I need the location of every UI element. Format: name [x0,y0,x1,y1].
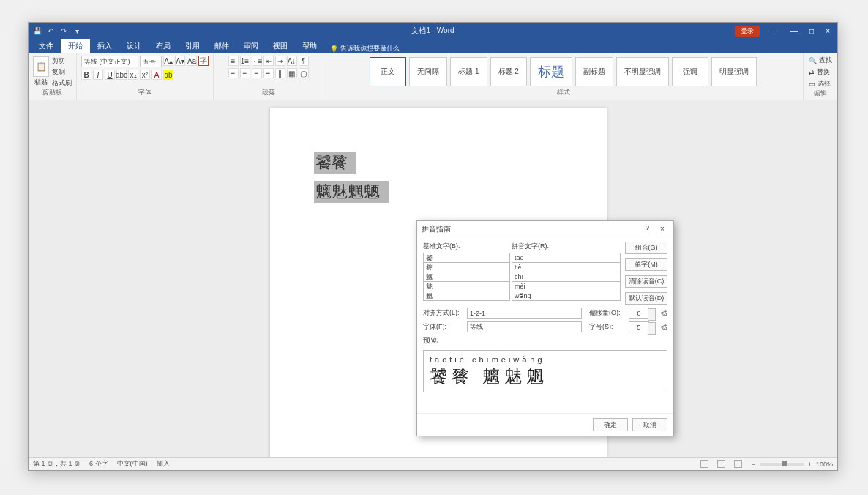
style-subtle[interactable]: 不明显强调 [616,57,669,86]
base-cell-3[interactable]: 魅 [423,281,510,291]
style-h1[interactable]: 标题 1 [450,57,487,86]
shading-icon[interactable]: ▦ [287,68,297,78]
highlight-icon[interactable]: ab [163,70,173,80]
tab-layout[interactable]: 布局 [149,39,178,53]
status-language[interactable]: 中文(中国) [117,459,148,469]
line-spacing-icon[interactable]: ‖ [275,68,285,78]
grow-font-icon[interactable]: A▴ [163,56,173,66]
sign-in-button[interactable]: 登录 [735,26,760,37]
font-color-icon[interactable]: A [151,70,162,80]
tab-review[interactable]: 审阅 [236,39,266,53]
ruby-cell-3[interactable]: mèi [512,281,621,291]
style-normal[interactable]: 正文 [370,57,406,86]
combine-button[interactable]: 组合(G) [625,242,667,254]
web-layout-icon[interactable] [734,460,742,468]
status-words[interactable]: 6 个字 [89,459,108,469]
copy-button[interactable]: 复制 [52,67,72,77]
ruby-cell-4[interactable]: wǎng [512,291,621,301]
tab-help[interactable]: 帮助 [295,39,324,53]
tell-me[interactable]: 💡 告诉我你想要做什么 [330,44,400,53]
base-cell-1[interactable]: 餮 [423,262,510,272]
ribbon-options-icon[interactable]: ⋯ [771,27,779,35]
base-cell-2[interactable]: 魑 [423,272,510,282]
tab-insert[interactable]: 插入 [90,39,119,53]
cancel-button[interactable]: 取消 [632,418,667,431]
bold-icon[interactable]: B [81,70,91,80]
align-left-icon[interactable]: ≡ [228,68,239,78]
tab-references[interactable]: 引用 [178,39,207,53]
read-mode-icon[interactable] [717,460,725,468]
paste-button[interactable]: 📋 [33,56,49,77]
justify-icon[interactable]: ≡ [263,68,274,78]
default-reading-button[interactable]: 默认读音(D) [625,292,667,305]
numbering-icon[interactable]: 1≡ [240,56,250,66]
decrease-indent-icon[interactable]: ⇤ [263,56,274,66]
find-button[interactable]: 🔍查找 [809,56,832,65]
zoom-slider[interactable] [760,463,804,466]
multilevel-icon[interactable]: ⋮≡ [252,56,262,66]
style-title[interactable]: 标题 [530,57,572,86]
cut-button[interactable]: 剪切 [52,56,72,66]
replace-button[interactable]: ⇄替换 [809,67,830,77]
align-right-icon[interactable]: ≡ [252,68,262,78]
dialog-help-button[interactable]: ? [640,225,654,233]
tab-mailings[interactable]: 邮件 [207,39,236,53]
font-name-select[interactable]: 等线 (中文正文) [81,56,138,67]
single-button[interactable]: 单字(M) [625,258,667,271]
tab-design[interactable]: 设计 [119,39,149,53]
offset-spinner[interactable]: 0 [629,308,649,319]
status-page[interactable]: 第 1 页，共 1 页 [33,459,81,469]
base-cell-4[interactable]: 魍 [423,291,510,301]
size-spinner[interactable]: 5 [629,321,649,332]
clear-reading-button[interactable]: 清除读音(C) [625,275,667,288]
maximize-button[interactable]: □ [809,27,814,35]
subscript-icon[interactable]: x₂ [128,70,138,80]
style-h2[interactable]: 标题 2 [490,57,527,86]
style-intense[interactable]: 明显强调 [711,57,757,86]
zoom-out-button[interactable]: − [751,461,755,468]
align-select[interactable]: 1-2-1 [467,308,582,319]
italic-icon[interactable]: I [93,70,103,80]
increase-indent-icon[interactable]: ⇥ [275,56,285,66]
selected-text-1[interactable]: 饕餮 [314,152,356,174]
bullets-icon[interactable]: ≡ [228,56,239,66]
selected-text-2[interactable]: 魑魅魍魉 [314,181,389,203]
font-select[interactable]: 等线 [467,321,582,332]
format-painter-button[interactable]: 格式刷 [52,78,72,88]
print-layout-icon[interactable] [700,460,708,468]
phonetic-guide-icon[interactable]: 字 [198,56,209,66]
redo-icon[interactable]: ↷ [59,26,68,35]
save-icon[interactable]: 💾 [33,26,42,35]
status-insert[interactable]: 插入 [157,459,170,469]
show-marks-icon[interactable]: ¶ [299,56,309,66]
close-button[interactable]: × [826,27,830,35]
sort-icon[interactable]: A↓ [287,56,297,66]
ok-button[interactable]: 确定 [593,418,628,431]
style-subtitle[interactable]: 副标题 [575,57,613,86]
style-nospace[interactable]: 无间隔 [409,57,447,86]
select-button[interactable]: ▭选择 [809,79,831,89]
change-case-icon[interactable]: Aa [187,56,197,66]
font-size-select[interactable]: 五号 [140,56,162,67]
base-cell-0[interactable]: 饕 [423,253,510,263]
tab-file[interactable]: 文件 [31,39,61,53]
align-center-icon[interactable]: ≡ [240,68,250,78]
zoom-in-button[interactable]: + [808,461,812,468]
document-area[interactable]: 饕餮 魑魅魍魉 拼音指南 ? × 基准文字(B): 饕 餮 魑 [29,100,837,457]
undo-icon[interactable]: ↶ [46,26,55,35]
minimize-button[interactable]: — [790,27,798,35]
dialog-close-button[interactable]: × [656,225,669,233]
ruby-cell-1[interactable]: tiè [512,262,621,272]
ruby-cell-2[interactable]: chī [512,272,621,282]
tab-view[interactable]: 视图 [266,39,295,53]
zoom-level[interactable]: 100% [816,461,833,468]
strike-icon[interactable]: abc [116,70,127,80]
shrink-font-icon[interactable]: A▾ [175,56,185,66]
superscript-icon[interactable]: x² [140,70,150,80]
underline-icon[interactable]: U [105,70,115,80]
qat-more-icon[interactable]: ▾ [72,26,81,35]
style-emphasis[interactable]: 强调 [672,57,708,86]
borders-icon[interactable]: ▢ [299,68,309,78]
tab-home[interactable]: 开始 [61,39,90,53]
ruby-cell-0[interactable]: tāo [512,253,621,263]
